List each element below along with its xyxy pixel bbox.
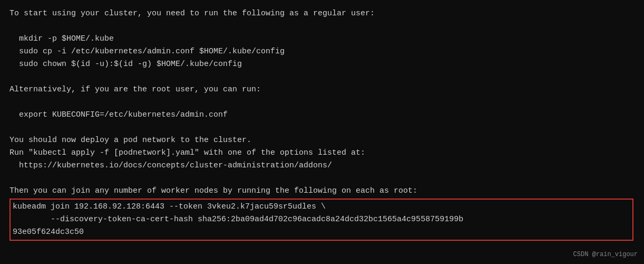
terminal-window: To start using your cluster, you need to… — [0, 0, 644, 264]
kubeadm-join-box: kubeadm join 192.168.92.128:6443 --token… — [9, 199, 633, 241]
terminal-line-13: https://kubernetes.io/docs/concepts/clus… — [9, 159, 635, 172]
terminal-line-10 — [9, 121, 635, 134]
terminal-line-3: mkdir -p $HOME/.kube — [9, 33, 635, 45]
terminal-line-5: sudo chown $(id -u):$(id -g) $HOME/.kube… — [9, 58, 635, 71]
kubeadm-join-line-3: 93e05f624dc3c50 — [13, 226, 630, 239]
terminal-line-8 — [9, 96, 635, 109]
terminal-line-14 — [9, 172, 635, 185]
terminal-line-2 — [9, 20, 635, 33]
watermark: CSDN @rain_vigour — [573, 250, 638, 260]
kubeadm-join-line-1: kubeadm join 192.168.92.128:6443 --token… — [13, 201, 630, 213]
terminal-line-11: You should now deploy a pod network to t… — [9, 134, 635, 147]
terminal-line-1: To start using your cluster, you need to… — [9, 7, 635, 20]
terminal-line-15: Then you can join any number of worker n… — [9, 185, 635, 197]
terminal-line-9: export KUBECONFIG=/etc/kubernetes/admin.… — [9, 109, 635, 121]
terminal-line-6 — [9, 71, 635, 83]
terminal-line-7: Alternatively, if you are the root user,… — [9, 83, 635, 96]
terminal-line-4: sudo cp -i /etc/kubernetes/admin.conf $H… — [9, 45, 635, 58]
terminal-line-12: Run "kubectl apply -f [podnetwork].yaml"… — [9, 147, 635, 159]
kubeadm-join-line-2: --discovery-token-ca-cert-hash sha256:2b… — [13, 213, 630, 226]
